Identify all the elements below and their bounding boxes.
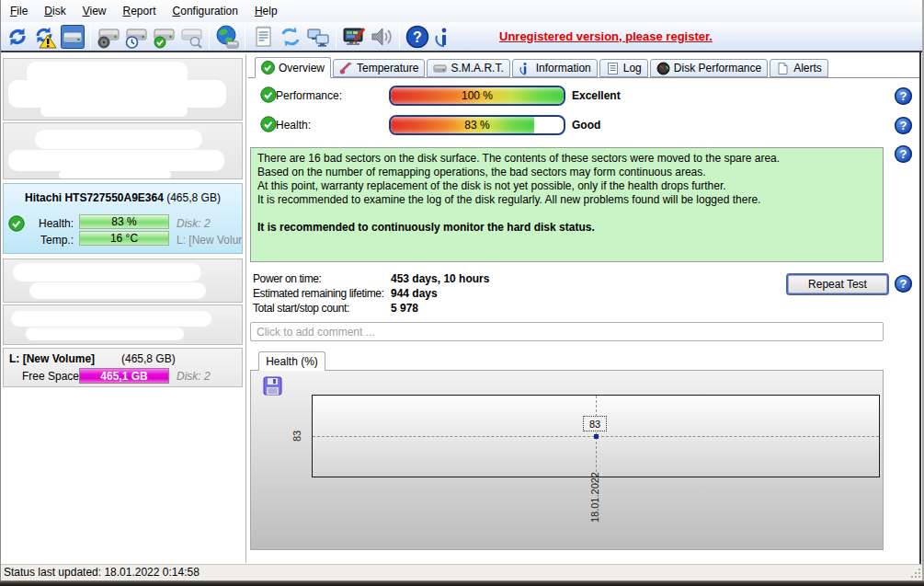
tab-log[interactable]: Log — [599, 59, 648, 77]
menu-view[interactable]: View — [74, 0, 115, 22]
disk-title: Hitachi HTS727550A9E364 (465,8 GB) — [4, 191, 242, 204]
repeat-test-help-icon[interactable]: ? — [895, 275, 912, 293]
status-text: Status last updated: 18.01.2022 0:14:58 — [4, 566, 200, 579]
refresh-icon[interactable] — [6, 25, 29, 49]
menu-help[interactable]: Help — [246, 0, 286, 22]
status-message-box: There are 16 bad sectors on the disk sur… — [250, 147, 884, 262]
disk-number: Disk: 2 — [177, 217, 211, 230]
chart-xtick-label: 18.01.2022 — [589, 472, 602, 538]
disk-temp-bar: 16 °C — [79, 231, 169, 246]
tab-overview[interactable]: Overview — [255, 57, 331, 78]
remaining-lifetime-value: 944 days — [391, 287, 438, 300]
disk-list-item-selected[interactable]: Hitachi HTS727550A9E364 (465,8 GB) Healt… — [3, 183, 243, 254]
disk-list-sidebar: Hitachi HTS727550A9E364 (465,8 GB) Healt… — [2, 54, 246, 563]
menu-disk[interactable]: Disk — [36, 0, 74, 22]
health-chart-panel: 83 83 18.01.2022 — [250, 370, 884, 550]
performance-help-icon[interactable]: ? — [895, 87, 912, 105]
disk-volume-label: L: [New Volur — [177, 234, 243, 247]
alerts-icon — [776, 62, 790, 75]
remaining-lifetime-label: Estimated remaining lifetime: — [253, 287, 383, 300]
overview-check-icon — [261, 61, 275, 75]
comment-input[interactable] — [250, 322, 884, 341]
network-icon[interactable] — [306, 25, 330, 49]
info-icon[interactable] — [433, 25, 457, 49]
disk-health-icon[interactable] — [152, 25, 176, 49]
tab-disk-performance[interactable]: Disk Performance — [650, 59, 768, 77]
disk-health-bar: 83 % — [79, 214, 169, 229]
window-left-edge — [0, 0, 1, 580]
performance-label: Performance: — [276, 89, 342, 102]
disk-performance-icon — [656, 62, 670, 75]
health-label: Health: — [276, 119, 311, 132]
save-chart-icon[interactable] — [263, 376, 282, 396]
toolbar: ? Unregistered version, please register. — [0, 22, 924, 52]
chart-point-label: 83 — [583, 416, 607, 431]
volume-title: L: [New Volume] — [9, 352, 95, 365]
resize-grip[interactable] — [909, 567, 921, 579]
disk-ok-icon — [8, 215, 25, 232]
tab-information[interactable]: Information — [512, 59, 598, 77]
message-help-icon[interactable]: ? — [895, 145, 912, 163]
health-rating: Good — [572, 119, 600, 132]
report-icon[interactable] — [251, 25, 275, 49]
power-on-time-label: Power on time: — [253, 272, 321, 285]
health-bar: 83 % — [389, 115, 565, 135]
register-link[interactable]: Unregistered version, please register. — [499, 29, 713, 43]
globe-icon[interactable] — [215, 25, 239, 49]
information-icon — [519, 62, 532, 75]
volume-free-label: Free Space — [22, 370, 79, 383]
help-icon[interactable]: ? — [405, 25, 429, 49]
sound-icon[interactable] — [370, 25, 394, 49]
partition-item-redacted-1[interactable] — [3, 259, 243, 303]
power-on-time-value: 453 days, 10 hours — [391, 272, 489, 285]
tab-alerts[interactable]: Alerts — [770, 59, 828, 77]
health-ok-icon — [260, 116, 277, 132]
main-area: Overview Temperature S.M.A.R.T. Informat… — [248, 54, 921, 563]
performance-ok-icon — [260, 86, 277, 103]
surface-test-icon[interactable] — [342, 25, 366, 49]
disk-temp-label: Temp.: — [29, 234, 74, 247]
menu-report[interactable]: Report — [115, 0, 165, 22]
partition-item-redacted-2[interactable] — [3, 304, 243, 345]
volume-size: (465,8 GB) — [121, 352, 176, 365]
performance-rating: Excellent — [572, 89, 621, 102]
repeat-test-button[interactable]: Repeat Test — [786, 273, 889, 295]
health-help-icon[interactable]: ? — [895, 117, 912, 134]
smart-disk-icon — [433, 62, 447, 75]
disk-seek-icon[interactable] — [179, 25, 203, 49]
menu-file[interactable]: File — [2, 0, 36, 22]
health-chart-plot: 83 — [312, 395, 880, 477]
disk-clock-icon[interactable] — [124, 25, 148, 49]
volume-free-bar: 465,1 GB — [79, 368, 169, 384]
volume-disk-number: Disk: 2 — [177, 370, 211, 383]
chart-ytick-label: 83 — [291, 427, 306, 442]
status-bar: Status last updated: 18.01.2022 0:14:58 — [0, 564, 924, 580]
volume-list-item[interactable]: L: [New Volume] (465,8 GB) Free Space 46… — [3, 348, 243, 387]
taskbar-edge — [0, 580, 924, 586]
disk-list-item-redacted-1[interactable] — [3, 58, 243, 121]
disk-list-item-redacted-2[interactable] — [3, 122, 243, 179]
disk-health-label: Health: — [29, 217, 74, 230]
chart-tab-health[interactable]: Health (%) — [258, 351, 325, 371]
log-icon — [606, 62, 620, 75]
tab-temperature[interactable]: Temperature — [333, 59, 425, 77]
tab-smart[interactable]: S.M.A.R.T. — [427, 59, 509, 77]
disk-overview-icon[interactable] — [61, 25, 85, 49]
app-window: File Disk View Report Configuration Help — [0, 0, 924, 586]
start-stop-count-label: Total start/stop count: — [253, 302, 349, 315]
disk-acoustic-icon[interactable] — [97, 25, 120, 49]
refresh-warning-icon[interactable] — [33, 25, 57, 49]
start-stop-count-value: 5 978 — [391, 302, 418, 315]
menu-configuration[interactable]: Configuration — [165, 0, 246, 22]
chart-data-point — [594, 434, 599, 439]
performance-bar: 100 % — [389, 86, 565, 106]
main-right-border — [919, 52, 921, 564]
thermometer-icon — [339, 62, 353, 75]
sync-icon[interactable] — [279, 25, 302, 49]
tab-strip: Overview Temperature S.M.A.R.T. Informat… — [248, 57, 921, 78]
menu-bar: File Disk View Report Configuration Help — [0, 0, 924, 22]
svg-text:?: ? — [413, 29, 422, 44]
